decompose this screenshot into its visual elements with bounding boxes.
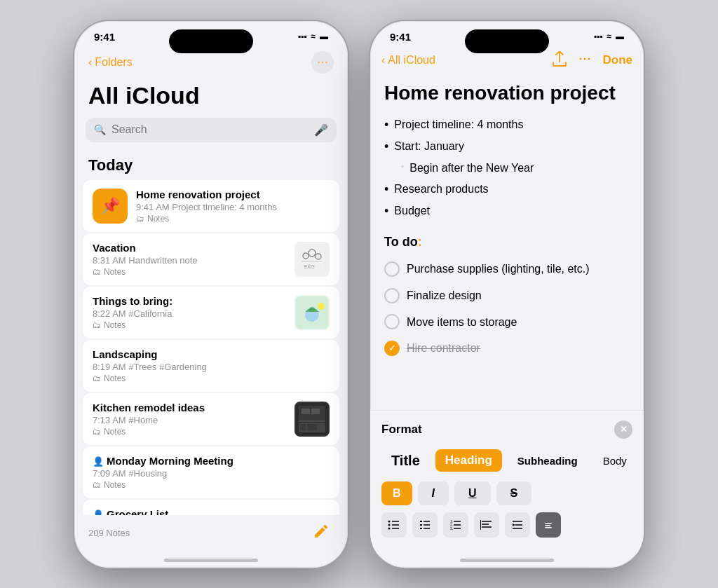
search-bar[interactable]: 🔍 🎤 (86, 118, 337, 142)
indent-button[interactable] (505, 512, 530, 538)
share-button[interactable] (553, 51, 567, 70)
done-button[interactable]: Done (603, 53, 633, 67)
note-body: • Project timeline: 4 months • Start: Ja… (384, 116, 630, 357)
note-meta-things: 8:22 AM #California (93, 308, 286, 319)
battery-icon: ▬ (320, 32, 328, 41)
compose-icon (313, 523, 330, 543)
todo-item-3[interactable]: ✓ Hire contractor (384, 339, 630, 357)
format-title: Format (381, 423, 422, 437)
bold-button[interactable]: B (381, 481, 412, 505)
compose-button[interactable] (309, 521, 334, 546)
note-text-things: Things to bring: 8:22 AM #California 🗂 N… (93, 295, 286, 330)
svg-rect-0 (296, 243, 328, 275)
note-text-grocery: 👤Grocery List 6:50 AM #Grocery (93, 508, 330, 515)
shared-icon-grocery: 👤 (93, 510, 104, 515)
style-title-button[interactable]: Title (381, 447, 430, 474)
style-subheading-button[interactable]: Subheading (508, 449, 588, 472)
list-dash-button[interactable] (412, 512, 438, 538)
time-left: 9:41 (94, 31, 115, 43)
section-today: Today (74, 153, 348, 180)
more-button[interactable]: ⋯ (311, 51, 334, 74)
folder-icon: 🗂 (93, 427, 101, 437)
notes-count: 209 Notes (88, 528, 130, 538)
home-indicator-right (460, 559, 554, 562)
note-item-pinned[interactable]: 📌 Home renovation project 9:41 AM Projec… (83, 180, 339, 232)
note-folder-landscaping: 🗂 Notes (93, 374, 330, 383)
list-number-button[interactable]: 1.2.3. (443, 512, 468, 538)
todo-checkbox-3[interactable]: ✓ (384, 341, 400, 356)
back-label-detail: All iCloud (388, 54, 435, 67)
note-title-vacation: Vacation (93, 242, 286, 254)
back-button[interactable]: ‹ Folders (88, 56, 133, 69)
note-meta-kitchen: 7:13 AM #Home (93, 415, 286, 425)
left-phone: 9:41 ▪▪▪ ≈ ▬ ‹ Folders ⋯ All iCloud 🔍 🎤 … (74, 21, 348, 568)
svg-point-19 (583, 57, 585, 60)
list-bullet-button[interactable] (381, 512, 407, 538)
bottom-bar: 209 Notes (74, 515, 348, 554)
strikethrough-button[interactable]: S (496, 481, 532, 505)
page-title: All iCloud (74, 79, 348, 118)
note-item-monday[interactable]: 👤Monday Morning Meeting 7:09 AM #Housing… (83, 446, 339, 498)
search-input[interactable] (111, 123, 309, 136)
todo-section-title: To do: (384, 232, 630, 252)
vacation-thumbnail: EKG (294, 242, 330, 277)
format-close-button[interactable]: ✕ (614, 421, 632, 439)
note-item-things[interactable]: Things to bring: 8:22 AM #California 🗂 N… (83, 287, 339, 339)
bullet-text-0: Project timeline: 4 months (394, 116, 523, 134)
bullet-dot-2: • (384, 180, 388, 199)
kitchen-thumbnail (294, 402, 330, 437)
detail-action-buttons: Done (553, 51, 633, 70)
note-title-landscaping: Landscaping (93, 348, 330, 360)
style-body-button[interactable]: Body (593, 449, 637, 472)
phone-content-left: ‹ Folders ⋯ All iCloud 🔍 🎤 Today 📌 Home … (74, 48, 348, 554)
todo-item-2[interactable]: Move items to storage (384, 313, 630, 331)
folder-icon: 🗂 (93, 480, 101, 490)
more-button-detail[interactable] (578, 52, 592, 69)
text-format-row: B I U S (381, 481, 632, 505)
svg-rect-16 (300, 424, 306, 430)
align-left-button[interactable] (474, 512, 499, 538)
svg-point-25 (388, 527, 391, 529)
todo-checkbox-1[interactable] (384, 288, 400, 303)
svg-point-23 (388, 524, 391, 526)
todo-checkbox-0[interactable] (384, 261, 400, 277)
status-icons-right: ▪▪▪ ≈ ▬ (594, 32, 624, 41)
svg-rect-46 (545, 523, 552, 524)
note-item-vacation[interactable]: Vacation 8:31 AM Handwritten note 🗂 Note… (83, 233, 339, 285)
wifi-icon-right: ≈ (607, 32, 611, 41)
svg-rect-47 (545, 525, 550, 526)
phone-content-right: ‹ All iCloud Done (370, 48, 644, 554)
note-folder-vacation: 🗂 Notes (93, 267, 286, 277)
things-thumbnail (294, 295, 330, 330)
note-title-things: Things to bring: (93, 295, 286, 307)
bullet-text-1: Start: January (394, 137, 464, 156)
sub-bullet-0: ◦ Begin after the New Year (401, 159, 630, 177)
note-folder-pinned: 🗂 Notes (136, 214, 330, 224)
svg-rect-48 (545, 527, 552, 528)
note-text-kitchen: Kitchen remodel ideas 7:13 AM #Home 🗂 No… (93, 402, 286, 437)
todo-checkbox-2[interactable] (384, 314, 400, 329)
style-heading-button[interactable]: Heading (435, 449, 502, 472)
italic-button[interactable]: I (418, 481, 449, 505)
todo-text-2: Move items to storage (407, 313, 517, 331)
dynamic-island (169, 29, 253, 53)
bullet-text-2: Research products (394, 180, 488, 198)
back-button-detail[interactable]: ‹ All iCloud (381, 54, 435, 67)
svg-point-20 (588, 57, 590, 60)
text-style-row: Title Heading Subheading Body (381, 447, 632, 474)
bullet-item-0: • Project timeline: 4 months (384, 116, 630, 135)
status-icons-left: ▪▪▪ ≈ ▬ (298, 32, 328, 41)
bullet-dot-3: • (384, 202, 388, 221)
note-item-grocery[interactable]: 👤Grocery List 6:50 AM #Grocery (83, 500, 339, 515)
note-item-landscaping[interactable]: Landscaping 8:19 AM #Trees #Gardening 🗂 … (83, 340, 339, 392)
todo-item-1[interactable]: Finalize design (384, 287, 630, 305)
folder-icon: 🗂 (93, 267, 101, 277)
todo-item-0[interactable]: Purchase supplies (lighting, tile, etc.) (384, 260, 630, 278)
note-meta-vacation: 8:31 AM Handwritten note (93, 255, 286, 266)
note-folder-kitchen: 🗂 Notes (93, 427, 286, 437)
bullet-item-2: • Research products (384, 180, 630, 199)
block-button[interactable] (536, 512, 561, 538)
underline-button[interactable]: U (454, 481, 491, 505)
pin-icon: 📌 (93, 189, 128, 224)
note-item-kitchen[interactable]: Kitchen remodel ideas 7:13 AM #Home 🗂 No… (83, 393, 339, 445)
